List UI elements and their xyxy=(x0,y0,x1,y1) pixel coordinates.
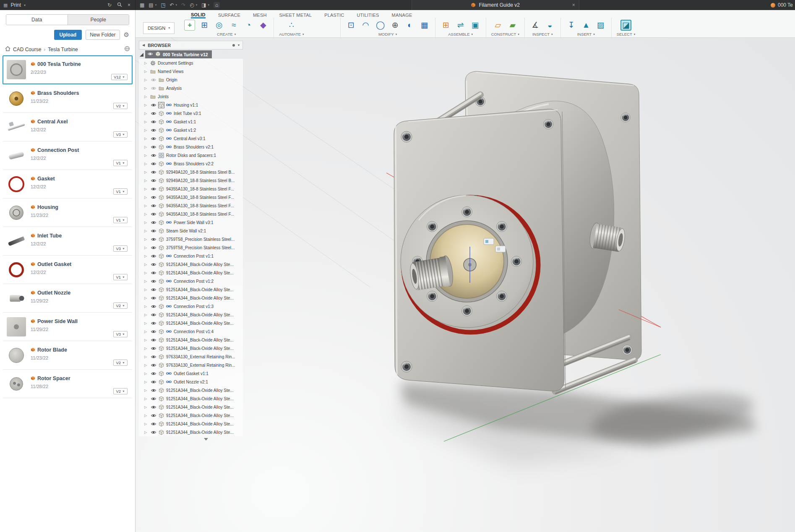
ribbon-group-label[interactable]: INSPECT▾ xyxy=(532,32,553,37)
expand-arrow-icon[interactable]: ▷ xyxy=(144,405,148,409)
visibility-eye-icon[interactable] xyxy=(150,313,156,317)
data-panel-item[interactable]: Brass Shoulders 11/23/22 V2 ▼ xyxy=(3,84,133,113)
version-badge[interactable]: V1 ▼ xyxy=(113,217,128,223)
new-component-icon[interactable]: ⊞ xyxy=(441,20,451,31)
visibility-eye-icon[interactable] xyxy=(150,120,156,124)
rigid-group-icon[interactable]: ▣ xyxy=(470,20,481,31)
visibility-eye-icon[interactable] xyxy=(150,405,156,409)
expand-arrow-icon[interactable]: ▷ xyxy=(144,221,148,224)
breadcrumb-folder[interactable]: Tesla Turbine xyxy=(48,47,78,52)
tree-item-label[interactable]: 91251A344_Black-Oxide Alloy Ste... xyxy=(166,413,234,418)
tree-item-label[interactable]: 91251A344_Black-Oxide Alloy Ste... xyxy=(166,313,234,317)
expand-arrow-icon[interactable]: ▷ xyxy=(144,363,148,367)
tree-item-label[interactable]: Housing v1:1 xyxy=(174,103,198,107)
combine-icon[interactable]: ◐ xyxy=(404,20,415,31)
visibility-eye-icon[interactable] xyxy=(150,254,156,258)
share-globe-icon[interactable] xyxy=(124,46,130,53)
ribbon-group-label[interactable]: SELECT▾ xyxy=(617,32,635,37)
expand-arrow-icon[interactable]: ▷ xyxy=(144,128,148,132)
version-badge[interactable]: V1 ▼ xyxy=(113,160,128,166)
expand-arrow-icon[interactable]: ▷ xyxy=(144,103,148,107)
visibility-eye-icon[interactable] xyxy=(150,212,156,216)
export-icon[interactable]: ◴ xyxy=(190,2,194,8)
expand-arrow-icon[interactable]: ▷ xyxy=(144,187,148,191)
pattern-icon[interactable]: ▦ xyxy=(419,20,430,31)
visibility-eye-icon[interactable] xyxy=(150,170,156,175)
tree-item-label[interactable]: Steam Side Wall v2:1 xyxy=(166,229,206,233)
browser-tree-row[interactable]: ▷91251A344_Black-Oxide Alloy Ste... xyxy=(139,310,243,319)
expand-arrow-icon[interactable]: ▷ xyxy=(144,154,148,157)
construction-plane-icon[interactable]: ▱ xyxy=(493,20,503,31)
document-tab[interactable]: Filament Guide v2 × xyxy=(412,0,579,10)
browser-tree-row[interactable]: ▷3759T58_Precision Stainless Steel... xyxy=(139,235,243,243)
browser-tree-row[interactable]: ▷Power Side Wall v3:1 xyxy=(139,218,243,227)
expand-arrow-icon[interactable]: ▷ xyxy=(144,422,148,426)
chevron-down-icon[interactable]: ▾ xyxy=(238,43,240,47)
data-panel-item[interactable]: Outlet Gasket 12/2/22 V1 ▼ xyxy=(3,256,133,284)
refresh-icon[interactable]: ↻ xyxy=(106,2,113,8)
data-panel-item[interactable]: Housing 11/23/22 V1 ▼ xyxy=(3,198,133,227)
visibility-eye-icon[interactable] xyxy=(150,162,156,166)
visibility-eye-icon[interactable] xyxy=(150,346,156,351)
expand-arrow-icon[interactable]: ▷ xyxy=(144,137,148,141)
visibility-eye-icon[interactable] xyxy=(150,413,156,418)
data-panel-item[interactable]: Rotor Spacer 11/28/22 V2 ▼ xyxy=(3,370,133,398)
expand-arrow-icon[interactable]: ▷ xyxy=(144,338,148,342)
expand-arrow-icon[interactable]: ▷ xyxy=(144,389,148,392)
visibility-eye-icon[interactable] xyxy=(150,380,156,384)
insert-svg-icon[interactable]: ↧ xyxy=(566,20,577,31)
data-panel-item[interactable]: Inlet Tube 12/2/22 V3 ▼ xyxy=(3,227,133,256)
browser-tree-row[interactable]: ▷Connection Post v1:3 xyxy=(139,302,243,310)
tree-item-label[interactable]: Gasket v1:2 xyxy=(174,128,196,133)
front-plate[interactable] xyxy=(394,109,566,391)
visibility-eye-icon[interactable] xyxy=(150,329,156,334)
press-pull-icon[interactable]: ⊡ xyxy=(346,20,357,31)
tree-item-label[interactable]: Connection Post v1:3 xyxy=(174,304,214,309)
visibility-eye-icon[interactable] xyxy=(150,103,156,107)
expand-arrow-icon[interactable]: ▷ xyxy=(144,95,148,99)
expand-arrow-icon[interactable]: ▷ xyxy=(144,296,148,300)
data-panel-item[interactable]: Gasket 12/2/22 V1 ▼ xyxy=(3,170,133,198)
document-tab-partial[interactable]: 000 Te xyxy=(766,0,795,10)
cap-screw[interactable] xyxy=(622,345,632,355)
expand-arrow-icon[interactable]: ▷ xyxy=(144,170,148,174)
cap-screw[interactable] xyxy=(462,207,472,217)
browser-tree-row[interactable]: ▷Outlet Gasket v1:1 xyxy=(139,369,243,378)
visibility-eye-icon[interactable] xyxy=(150,111,156,116)
visibility-eye-icon[interactable] xyxy=(150,304,156,309)
cap-screw[interactable] xyxy=(427,291,438,302)
browser-tree-row[interactable]: ▷94355A130_18-8 Stainless Steel F... xyxy=(139,201,243,210)
upload-button[interactable]: Upload xyxy=(54,30,82,40)
expand-arrow-icon[interactable]: ▷ xyxy=(144,279,148,283)
home-view-icon[interactable]: ⌂ xyxy=(214,2,220,8)
ribbon-group-label[interactable]: MODIFY▾ xyxy=(378,32,397,37)
expand-arrow-icon[interactable]: ▷ xyxy=(144,246,148,250)
cap-screw[interactable] xyxy=(401,361,412,372)
browser-header[interactable]: ◀ BROWSER ▾ xyxy=(139,41,243,50)
cap-screw[interactable] xyxy=(427,222,438,232)
browser-tree-row[interactable]: ▷Connection Post v1:4 xyxy=(139,327,243,336)
cap-screw[interactable] xyxy=(511,256,522,267)
tree-item-label[interactable]: 91251A344_Black-Oxide Alloy Ste... xyxy=(166,388,234,393)
tree-item-label[interactable]: 94355A130_18-8 Stainless Steel F... xyxy=(166,187,234,191)
expand-arrow-icon[interactable]: ▷ xyxy=(144,313,148,317)
expand-arrow-icon[interactable]: ▷ xyxy=(144,70,148,73)
search-icon[interactable] xyxy=(116,2,123,8)
visibility-eye-icon[interactable] xyxy=(150,195,156,200)
automate-icon[interactable]: ∴ xyxy=(286,20,297,31)
data-panel-item[interactable]: Rotor Blade 11/23/22 V2 ▼ xyxy=(3,341,133,370)
tree-item-label[interactable]: 91251A344_Black-Oxide Alloy Ste... xyxy=(166,287,234,292)
browser-tree-row[interactable]: ▷Steam Side Wall v2:1 xyxy=(139,227,243,235)
revolve-icon[interactable]: ◎ xyxy=(214,20,224,31)
viewport-canvas[interactable]: ◀ BROWSER ▾ 000 Tesla Turbine v12 ▷Docum… xyxy=(136,38,795,532)
home-icon[interactable] xyxy=(5,46,10,52)
browser-tree-row[interactable]: ▷91251A344_Black-Oxide Alloy Ste... xyxy=(139,319,243,327)
browser-tree-row[interactable]: ▷Housing v1:1 xyxy=(139,101,243,109)
expand-arrow-icon[interactable]: ▷ xyxy=(144,372,148,376)
visibility-eye-icon[interactable] xyxy=(150,153,156,158)
tree-item-label[interactable]: 91251A344_Black-Oxide Alloy Ste... xyxy=(166,422,234,426)
redo-icon[interactable]: ↷ xyxy=(181,2,185,8)
browser-tree-row[interactable]: ▷91251A344_Black-Oxide Alloy Ste... xyxy=(139,386,243,394)
expand-arrow-icon[interactable]: ▷ xyxy=(144,288,148,292)
version-badge[interactable]: V3 ▼ xyxy=(113,245,128,252)
